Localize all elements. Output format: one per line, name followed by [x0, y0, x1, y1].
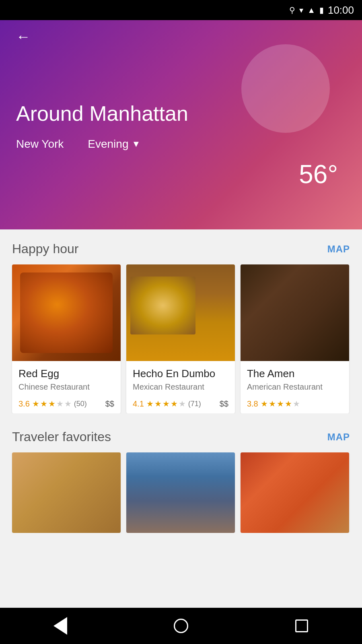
card-footer-red-egg: 3.6 ★ ★ ★ ★ ★ (50) $$ [19, 399, 114, 409]
star-4: ★ [285, 399, 292, 409]
star-5: ★ [293, 399, 300, 409]
star-3: ★ [162, 399, 170, 409]
card-the-amen[interactable]: The Amen American Restaurant 3.8 ★ ★ ★ ★… [241, 264, 349, 413]
star-3: ★ [48, 399, 56, 409]
hero-city: New York [16, 138, 64, 151]
hero-section: ← Around Manhattan New York Evening ▼ 56… [0, 20, 362, 229]
happy-hour-header: Happy hour MAP [12, 242, 350, 256]
card-body-red-egg: Red Egg Chinese Restaurant 3.6 ★ ★ ★ ★ ★ [12, 361, 121, 413]
traveler-favorites-header: Traveler favorites MAP [12, 429, 350, 444]
star-1: ★ [32, 399, 39, 409]
happy-hour-cards-row: Red Egg Chinese Restaurant 3.6 ★ ★ ★ ★ ★ [0, 264, 362, 413]
bottom-nav [0, 608, 362, 644]
battery-icon: ▮ [319, 5, 324, 15]
price-red-egg: $$ [105, 399, 114, 409]
review-count-red-egg: (50) [74, 400, 87, 408]
card-name-hecho: Hecho En Dumbo [133, 367, 228, 380]
star-4: ★ [171, 399, 178, 409]
card-category-amen: American Restaurant [247, 382, 343, 392]
back-button[interactable]: ← [16, 28, 31, 45]
traveler-card-2[interactable] [126, 452, 235, 533]
star-4: ★ [56, 399, 64, 409]
hero-meta: New York Evening ▼ [16, 138, 346, 151]
stars-red-egg: ★ ★ ★ ★ ★ [32, 399, 72, 409]
star-3: ★ [277, 399, 284, 409]
card-image-red-egg [12, 264, 121, 361]
status-time: 10:00 [328, 4, 354, 17]
traveler-favorites-section: Traveler favorites MAP [0, 417, 362, 537]
nav-home-button[interactable] [165, 610, 197, 642]
traveler-favorites-title: Traveler favorites [12, 429, 111, 444]
stars-amen: ★ ★ ★ ★ ★ [261, 399, 300, 409]
card-image-hecho [126, 264, 235, 361]
traveler-card-1[interactable] [12, 452, 121, 533]
hero-circle-decor [241, 44, 330, 133]
chevron-down-icon: ▼ [132, 139, 140, 149]
card-name-red-egg: Red Egg [19, 367, 114, 380]
star-1: ★ [261, 399, 268, 409]
back-triangle-icon [53, 617, 67, 635]
signal-icon: ▲ [307, 6, 315, 15]
review-count-hecho: (71) [188, 400, 201, 408]
wifi-icon: ▾ [299, 5, 303, 15]
traveler-favorites-map-link[interactable]: MAP [327, 431, 350, 443]
card-footer-amen: 3.8 ★ ★ ★ ★ ★ [247, 399, 343, 409]
happy-hour-title: Happy hour [12, 242, 78, 256]
card-category-red-egg: Chinese Restaurant [19, 382, 114, 392]
traveler-cards-row [0, 452, 362, 533]
traveler-card-image-3 [241, 452, 349, 533]
star-2: ★ [40, 399, 47, 409]
star-5: ★ [64, 399, 72, 409]
card-hecho-en-dumbo[interactable]: Hecho En Dumbo Mexican Restaurant 4.1 ★ … [126, 264, 235, 413]
star-2: ★ [154, 399, 162, 409]
status-icons: ⚲ ▾ ▲ ▮ 10:00 [289, 4, 354, 17]
rating-number-amen: 3.8 [247, 399, 258, 409]
star-5: ★ [179, 399, 186, 409]
card-rating-red-egg: 3.6 ★ ★ ★ ★ ★ (50) [19, 399, 87, 409]
recents-square-icon [295, 619, 308, 632]
star-2: ★ [269, 399, 276, 409]
happy-hour-map-link[interactable]: MAP [327, 244, 350, 255]
content-area: Happy hour MAP Red Egg Chinese Restauran… [0, 229, 362, 537]
card-category-hecho: Mexican Restaurant [133, 382, 228, 392]
nav-recents-button[interactable] [286, 610, 318, 642]
traveler-card-image-2 [126, 452, 235, 533]
time-label: Evening [88, 138, 128, 151]
card-body-amen: The Amen American Restaurant 3.8 ★ ★ ★ ★… [241, 361, 349, 413]
price-hecho: $$ [220, 399, 228, 409]
card-red-egg[interactable]: Red Egg Chinese Restaurant 3.6 ★ ★ ★ ★ ★ [12, 264, 121, 413]
stars-hecho: ★ ★ ★ ★ ★ [146, 399, 186, 409]
location-icon: ⚲ [289, 5, 295, 15]
rating-number-red-egg: 3.6 [19, 399, 30, 409]
card-rating-hecho: 4.1 ★ ★ ★ ★ ★ (71) [133, 399, 201, 409]
status-bar: ⚲ ▾ ▲ ▮ 10:00 [0, 0, 362, 20]
time-selector[interactable]: Evening ▼ [88, 138, 140, 151]
nav-back-button[interactable] [44, 610, 76, 642]
card-footer-hecho: 4.1 ★ ★ ★ ★ ★ (71) $$ [133, 399, 228, 409]
happy-hour-section: Happy hour MAP Red Egg Chinese Restauran… [0, 229, 362, 417]
card-name-amen: The Amen [247, 367, 343, 380]
traveler-card-image-1 [12, 452, 121, 533]
card-body-hecho: Hecho En Dumbo Mexican Restaurant 4.1 ★ … [126, 361, 235, 413]
temperature: 56° [299, 159, 338, 189]
card-rating-amen: 3.8 ★ ★ ★ ★ ★ [247, 399, 300, 409]
traveler-card-3[interactable] [241, 452, 349, 533]
home-circle-icon [174, 619, 188, 633]
card-image-amen [241, 264, 349, 361]
star-1: ★ [146, 399, 154, 409]
rating-number-hecho: 4.1 [133, 399, 144, 409]
